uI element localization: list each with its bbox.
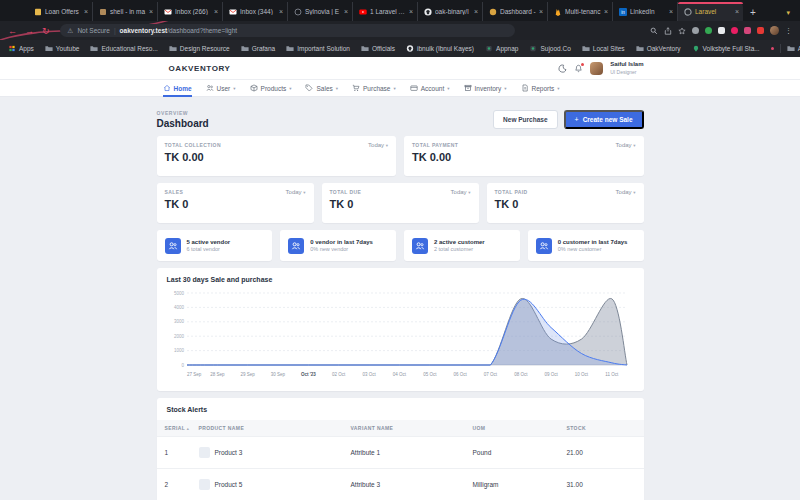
- product-thumbnail: [199, 447, 210, 458]
- new-tab-button[interactable]: +: [750, 7, 756, 18]
- nav-item-products[interactable]: Products▾: [250, 80, 292, 96]
- tab-close-icon[interactable]: ×: [279, 8, 283, 15]
- column-header[interactable]: VARIANT NAME: [343, 420, 465, 436]
- browser-tab[interactable]: Multi-tenanc×: [548, 2, 613, 21]
- forward-button[interactable]: →: [25, 26, 34, 36]
- stat-card-value: TK 0.00: [412, 151, 636, 163]
- tab-close-icon[interactable]: ×: [539, 8, 543, 15]
- share-icon[interactable]: [664, 27, 672, 35]
- stat-card-label: TOTAL PAYMENT: [412, 142, 636, 148]
- nav-item-reports[interactable]: Reports▾: [521, 80, 560, 96]
- back-button[interactable]: ←: [8, 26, 17, 36]
- summary-line2: 6 total vendor: [187, 246, 231, 253]
- url-host: oakventory.test: [120, 27, 168, 34]
- svg-text:29 Sep: 29 Sep: [240, 372, 255, 377]
- browser-tab[interactable]: inLinkedIn×: [613, 2, 678, 21]
- user-avatar[interactable]: [590, 62, 603, 75]
- tab-close-icon[interactable]: ×: [344, 8, 348, 15]
- svg-text:02 Oct: 02 Oct: [332, 372, 346, 377]
- bookmark-item[interactable]: Apps: [8, 45, 34, 53]
- bookmark-label: Sujood.Co: [540, 45, 570, 52]
- browser-profile-avatar[interactable]: [770, 26, 779, 35]
- notifications-bell-icon[interactable]: [574, 64, 583, 73]
- column-header[interactable]: PRODUCT NAME: [191, 420, 343, 436]
- user-role: UI Designer: [610, 69, 643, 75]
- svg-text:05 Oct: 05 Oct: [423, 372, 437, 377]
- bookmark-item[interactable]: Important Solution: [286, 45, 350, 53]
- tab-title: Loan Offers: [45, 8, 81, 15]
- bookmark-item[interactable]: Youtube: [45, 45, 80, 53]
- browser-tab[interactable]: Inbox (266)×: [158, 2, 223, 21]
- period-dropdown[interactable]: Today ▾: [451, 189, 471, 195]
- bookmark-label: ibnulk (Ibnul Kayes): [417, 45, 474, 52]
- bookmark-item[interactable]: Grafana: [241, 45, 276, 53]
- period-dropdown[interactable]: Today ▾: [616, 142, 636, 148]
- bookmark-item[interactable]: Educational Reso...: [90, 45, 157, 53]
- svg-text:1000: 1000: [173, 348, 184, 353]
- tab-search-chevron-icon[interactable]: ▾: [786, 9, 790, 17]
- extension-icon-3[interactable]: [718, 27, 725, 34]
- stat-card-label: TOTAL COLLECTION: [165, 142, 389, 148]
- create-new-sale-button[interactable]: +Create new Sale: [564, 110, 644, 129]
- bookmark-label: Important Solution: [297, 45, 350, 52]
- browser-tab[interactable]: Loan Offers×: [28, 2, 93, 21]
- folder-icon: [169, 45, 177, 53]
- nav-item-sales[interactable]: Sales▾: [305, 80, 338, 96]
- extension-icon-5[interactable]: [757, 27, 764, 34]
- period-dropdown[interactable]: Today ▾: [616, 189, 636, 195]
- bookmark-star-icon[interactable]: [678, 27, 686, 35]
- new-purchase-button[interactable]: New Purchase: [493, 110, 557, 129]
- stat-card-value: TK 0: [165, 198, 306, 210]
- bookmark-item[interactable]: Sujood.Co: [529, 45, 570, 53]
- bookmark-item[interactable]: Local Sites: [582, 45, 625, 53]
- summary-card: 0 customer in last 7days0% new customer: [528, 230, 644, 261]
- tab-close-icon[interactable]: ×: [409, 8, 413, 15]
- cell-variant: Attribute 3: [343, 468, 465, 500]
- all-bookmarks-button[interactable]: All Bookmarks: [787, 45, 800, 53]
- svg-text:30 Sep: 30 Sep: [270, 372, 285, 377]
- tab-close-icon[interactable]: ×: [84, 8, 88, 15]
- security-label: Not Secure: [77, 27, 110, 34]
- tab-close-icon[interactable]: ×: [735, 8, 739, 15]
- app-header: OAKVENTORY Saiful Islam UI Designer Home…: [0, 57, 800, 97]
- column-header[interactable]: UOM: [465, 420, 559, 436]
- tab-close-icon[interactable]: ×: [669, 8, 673, 15]
- period-dropdown[interactable]: Today ▾: [368, 142, 388, 148]
- bookmark-item[interactable]: Volksbyte Full Sta...: [692, 45, 760, 53]
- bookmark-item[interactable]: Design Resource: [169, 45, 230, 53]
- reload-button[interactable]: ↻: [42, 26, 50, 36]
- bookmark-item[interactable]: Officials: [361, 45, 395, 53]
- browser-tab[interactable]: Sylnovia | E×: [288, 2, 353, 21]
- nav-item-user[interactable]: User▾: [206, 80, 236, 96]
- extension-icon-1[interactable]: [692, 27, 699, 34]
- browser-tab[interactable]: 1 Laravel Act×: [353, 2, 418, 21]
- bookmark-item[interactable]: OakVentory: [636, 45, 681, 53]
- browser-tab[interactable]: oak-binary/l×: [418, 2, 483, 21]
- extension-icon-2[interactable]: [705, 27, 712, 34]
- nav-item-purchase[interactable]: Purchase▾: [352, 80, 396, 96]
- extension-puzzle-icon[interactable]: [731, 27, 738, 34]
- browser-tab[interactable]: Inbox (344)×: [223, 2, 288, 21]
- nav-item-home[interactable]: Home: [163, 80, 192, 96]
- column-header[interactable]: STOCK: [559, 420, 644, 436]
- address-bar[interactable]: ⚠ Not Secure | oakventory.test/dashboard…: [60, 24, 515, 37]
- column-header[interactable]: SERIAL ▴: [157, 420, 191, 436]
- browser-tab[interactable]: Dashboard -×: [483, 2, 548, 21]
- bookmark-item[interactable]: ibnulk (Ibnul Kayes): [406, 45, 474, 53]
- extension-icon-4[interactable]: [744, 27, 751, 34]
- browser-menu-icon[interactable]: ⋮: [785, 27, 792, 35]
- dark-mode-toggle-icon[interactable]: [558, 64, 567, 73]
- nav-item-inventory[interactable]: Inventory▾: [464, 80, 507, 96]
- tab-close-icon[interactable]: ×: [474, 8, 478, 15]
- svg-text:10 Oct: 10 Oct: [574, 372, 588, 377]
- tab-close-icon[interactable]: ×: [214, 8, 218, 15]
- search-icon[interactable]: [650, 27, 658, 35]
- period-dropdown[interactable]: Today ▾: [286, 189, 306, 195]
- tab-close-icon[interactable]: ×: [149, 8, 153, 15]
- browser-tab[interactable]: Laravel×: [678, 2, 743, 21]
- site-icon: [485, 45, 493, 53]
- nav-item-account[interactable]: Account▾: [410, 80, 450, 96]
- bookmark-item[interactable]: Appnap: [485, 45, 518, 53]
- tab-close-icon[interactable]: ×: [604, 8, 608, 15]
- browser-tab[interactable]: shell - in ma×: [93, 2, 158, 21]
